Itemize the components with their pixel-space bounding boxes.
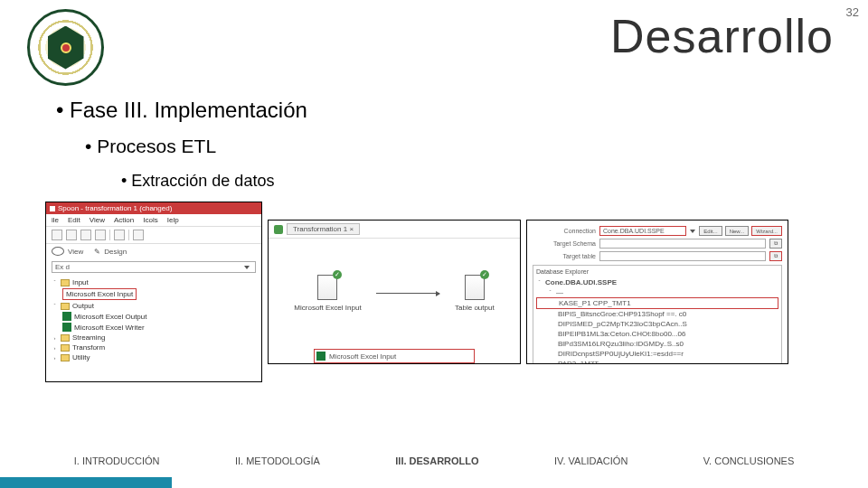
tree-out1[interactable]: Microsoft Excel Output [74,313,146,321]
spoon-menu-bar: ile Edit View Action Icols Ielp [46,214,261,227]
db-item-highlight[interactable]: KASE_P1 CPP_TMT1 [536,297,778,309]
excel-icon [62,323,71,332]
active-tab[interactable]: Transformation 1 × [287,223,360,235]
flow-arrow [376,293,439,294]
toolbar-btn-open[interactable] [66,230,77,240]
db-item[interactable]: DIPISMED_pC2MpTK23loC3bpCAcn..S [536,319,778,329]
tab-design[interactable]: Design [104,248,127,256]
toolbar-btn-saveas[interactable] [95,230,106,240]
db-root[interactable]: Cone.DBA.UDI.SSPE [545,278,617,286]
figure-flow-canvas: Transformation 1 × ✓ Microsoft Excel Inp… [268,220,521,364]
menu-help[interactable]: Ielp [167,216,179,224]
db-explorer: Database Explorer ˅Cone.DBA.UDI.SSPE ˅— … [533,265,782,364]
menu-view[interactable]: View [90,216,105,224]
tree-excel-input-highlight[interactable]: Microsoft Excel Input [62,288,137,300]
bottom-highlight: Microsoft Excel Input [314,349,475,363]
new-button[interactable]: New... [725,226,750,236]
view-icon [52,247,64,256]
toolbar-sep [128,230,129,240]
panel-tabs: View ✎ Design [46,244,261,258]
table-field[interactable] [599,251,766,261]
tab-view[interactable]: View [68,248,83,256]
db-item[interactable]: BIPEIPB1ML3a:Ceton.CHOt:8bo00...06 [536,329,778,339]
toolbar-btn-b[interactable] [133,230,144,240]
menu-edit[interactable]: Edit [68,216,80,224]
content-body: Fase III. Implementación Procesos ETL Ex… [0,81,868,191]
dropdown-icon[interactable] [690,230,695,233]
table-label: Target table [533,253,596,259]
search-text: Ex d [55,263,70,271]
tree-utility[interactable]: Utility [72,353,90,361]
bullet-level3: Extracción de datos [121,172,823,191]
db-schema[interactable]: — [556,288,563,296]
nav-conclusiones: V. CONCLUSIONES [703,455,794,466]
node-left-label: Microsoft Excel Input [294,304,361,312]
tree-input[interactable]: Input [72,278,89,286]
spoon-window-title: Spoon - transformation 1 (changed) [46,202,261,214]
toolbar-sep [109,230,110,240]
dropdown-icon [244,266,250,269]
folder-icon [61,334,70,342]
nav-desarrollo: III. DESARROLLO [395,455,478,466]
menu-file[interactable]: ile [52,216,59,224]
tree-output[interactable]: Output [72,302,94,310]
excel-icon [316,352,326,361]
check-icon: ✓ [480,270,489,279]
flow-node-source[interactable]: ✓ Microsoft Excel Input [294,275,361,312]
excel-icon [62,312,71,321]
menu-tools[interactable]: Icols [143,216,157,224]
bottom-label-text: Microsoft Excel Input [329,352,396,361]
bullet-level1: Fase III. Implementación [56,98,823,123]
db-item[interactable]: PAD3_1M7T [536,359,778,364]
window-title-text: Spoon - transformation 1 (changed) [58,204,172,212]
edit-button[interactable]: Edit... [699,226,722,236]
app-icon [50,206,55,211]
step-tree: ˅Input Microsoft Excel Input ˅Output Mic… [46,276,261,368]
footer-nav: I. INTRODUCCIÓN II. METODOLOGÍA III. DES… [0,450,868,466]
university-logo [27,9,104,86]
run-icon[interactable] [274,225,283,234]
nav-validacion: IV. VALIDACIÓN [554,455,627,466]
tree-streaming[interactable]: Streaming [72,333,105,342]
browse-icon-highlight[interactable]: ⧉ [769,251,782,261]
nav-metodologia: II. METODOLOGÍA [235,455,320,466]
db-item[interactable]: BlPd3SM16LRQzu3liho:IDGMDy..S..s0 [536,339,778,349]
node-right-label: Table output [455,304,495,312]
folder-icon [61,354,70,361]
nav-intro: I. INTRODUCCIÓN [74,455,160,466]
footer-accent-bar [0,477,172,488]
conn-label: Connection [533,228,596,234]
flow-node-target[interactable]: ✓ Table output [455,275,495,312]
toolbar-btn-save[interactable] [80,230,91,240]
folder-icon [61,303,70,310]
page-number: 32 [846,5,859,19]
figure-spoon-tree: Spoon - transformation 1 (changed) ile E… [45,202,262,382]
folder-icon [61,344,70,352]
conn-field[interactable]: Cone.DBA.UDI.SSPE [599,226,686,236]
tree-out2[interactable]: Microsoft Excel Writer [74,324,145,332]
figures-row: Spoon - transformation 1 (changed) ile E… [0,202,868,382]
search-box[interactable]: Ex d [52,261,256,273]
toolbar-btn-a[interactable] [114,230,125,240]
slide-header: 32 Desarrollo [0,0,868,81]
db-item[interactable]: BIPIS_BitsncGroe:CHP913Shopf ==. c0 [536,309,778,319]
canvas-tabbar: Transformation 1 × [269,221,520,239]
bullet-level2: Procesos ETL [85,136,823,157]
db-item[interactable]: DIRIDcnpstSPP0UjUyUleKI1:=esdd==r [536,349,778,359]
check-icon: ✓ [333,270,342,279]
figure-db-connection: Connection Cone.DBA.UDI.SSPE Edit... New… [526,220,788,364]
tree-transform[interactable]: Transform [72,343,105,352]
toolbar-btn-new[interactable] [52,230,62,240]
wizard-button[interactable]: Wizard... [751,226,782,236]
schema-field[interactable] [599,239,766,249]
browse-icon[interactable]: ⧉ [769,239,782,249]
spoon-toolbar [46,227,261,244]
folder-icon [61,279,70,286]
page-title: Desarrollo [610,9,834,63]
menu-action[interactable]: Action [114,216,134,224]
explorer-title: Database Explorer [536,268,778,275]
schema-label: Target Schema [533,240,596,247]
slide-footer: I. INTRODUCCIÓN II. METODOLOGÍA III. DES… [0,450,868,488]
